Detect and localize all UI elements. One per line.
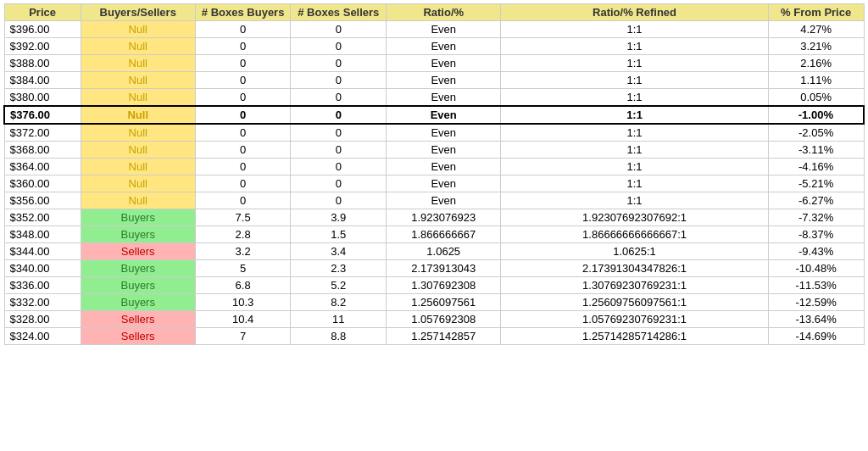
table-row: $336.00Buyers6.85.21.3076923081.30769230… bbox=[4, 277, 864, 294]
table-row: $388.00Null00Even1:12.16% bbox=[4, 55, 864, 72]
cell-from-price: -9.43% bbox=[768, 243, 864, 260]
cell-from-price: -3.11% bbox=[768, 142, 864, 159]
cell-ratio-refined: 1:1 bbox=[501, 142, 768, 159]
cell-ratio-refined: 1.25609756097561:1 bbox=[501, 294, 768, 311]
cell-from-price: 4.27% bbox=[768, 21, 864, 38]
cell-ratio-refined: 1:1 bbox=[501, 21, 768, 38]
table-row: $364.00Null00Even1:1-4.16% bbox=[4, 159, 864, 175]
cell-buyers-sellers: Null bbox=[81, 89, 195, 107]
cell-boxes-sellers: 8.2 bbox=[291, 294, 387, 311]
table-row: $360.00Null00Even1:1-5.21% bbox=[4, 175, 864, 192]
cell-buyers-sellers: Sellers bbox=[81, 311, 195, 328]
cell-boxes-buyers: 7 bbox=[195, 328, 291, 345]
cell-from-price: 3.21% bbox=[768, 38, 864, 55]
cell-boxes-buyers: 6.8 bbox=[195, 277, 291, 294]
cell-ratio: 1.866666667 bbox=[387, 226, 501, 243]
cell-price: $380.00 bbox=[4, 89, 81, 107]
cell-boxes-sellers: 0 bbox=[291, 175, 387, 192]
cell-ratio-refined: 1:1 bbox=[501, 38, 768, 55]
cell-from-price: -14.69% bbox=[768, 328, 864, 345]
table-row: $396.00Null00Even1:14.27% bbox=[4, 21, 864, 38]
cell-from-price: -5.21% bbox=[768, 175, 864, 192]
cell-from-price: -7.32% bbox=[768, 209, 864, 226]
cell-ratio: Even bbox=[387, 38, 501, 55]
cell-from-price: -2.05% bbox=[768, 124, 864, 142]
cell-buyers-sellers: Null bbox=[81, 175, 195, 192]
cell-from-price: -1.00% bbox=[768, 106, 864, 124]
table-row: $324.00Sellers78.81.2571428571.257142857… bbox=[4, 328, 864, 345]
cell-ratio: Even bbox=[387, 106, 501, 124]
cell-buyers-sellers: Null bbox=[81, 106, 195, 124]
cell-boxes-buyers: 0 bbox=[195, 89, 291, 107]
cell-price: $364.00 bbox=[4, 159, 81, 175]
cell-buyers-sellers: Null bbox=[81, 38, 195, 55]
cell-from-price: -12.59% bbox=[768, 294, 864, 311]
cell-price: $340.00 bbox=[4, 260, 81, 277]
header-ratio-refined: Ratio/% Refined bbox=[501, 4, 768, 21]
cell-boxes-sellers: 0 bbox=[291, 38, 387, 55]
cell-boxes-sellers: 0 bbox=[291, 21, 387, 38]
cell-boxes-buyers: 0 bbox=[195, 192, 291, 209]
cell-ratio: 1.256097561 bbox=[387, 294, 501, 311]
cell-price: $324.00 bbox=[4, 328, 81, 345]
cell-ratio-refined: 1.86666666666667:1 bbox=[501, 226, 768, 243]
cell-boxes-buyers: 2.8 bbox=[195, 226, 291, 243]
table-row: $368.00Null00Even1:1-3.11% bbox=[4, 142, 864, 159]
table-row: $356.00Null00Even1:1-6.27% bbox=[4, 192, 864, 209]
table-row: $348.00Buyers2.81.51.8666666671.86666666… bbox=[4, 226, 864, 243]
cell-price: $328.00 bbox=[4, 311, 81, 328]
cell-price: $372.00 bbox=[4, 124, 81, 142]
cell-ratio-refined: 1:1 bbox=[501, 55, 768, 72]
header-price: Price bbox=[4, 4, 81, 21]
cell-price: $396.00 bbox=[4, 21, 81, 38]
cell-price: $360.00 bbox=[4, 175, 81, 192]
cell-ratio-refined: 1:1 bbox=[501, 175, 768, 192]
table-row: $384.00Null00Even1:11.11% bbox=[4, 72, 864, 89]
cell-ratio-refined: 1.25714285714286:1 bbox=[501, 328, 768, 345]
table-row: $328.00Sellers10.4111.0576923081.0576923… bbox=[4, 311, 864, 328]
cell-buyers-sellers: Null bbox=[81, 72, 195, 89]
cell-ratio-refined: 1:1 bbox=[501, 124, 768, 142]
cell-price: $332.00 bbox=[4, 294, 81, 311]
cell-from-price: 2.16% bbox=[768, 55, 864, 72]
cell-boxes-buyers: 0 bbox=[195, 106, 291, 124]
cell-ratio-refined: 1.0625:1 bbox=[501, 243, 768, 260]
cell-boxes-sellers: 8.8 bbox=[291, 328, 387, 345]
cell-boxes-sellers: 3.9 bbox=[291, 209, 387, 226]
header-buyers-sellers: Buyers/Sellers bbox=[81, 4, 195, 21]
cell-boxes-sellers: 0 bbox=[291, 192, 387, 209]
cell-buyers-sellers: Null bbox=[81, 55, 195, 72]
cell-buyers-sellers: Null bbox=[81, 21, 195, 38]
cell-price: $344.00 bbox=[4, 243, 81, 260]
header-boxes-sellers: # Boxes Sellers bbox=[291, 4, 387, 21]
cell-ratio-refined: 1:1 bbox=[501, 72, 768, 89]
cell-boxes-sellers: 2.3 bbox=[291, 260, 387, 277]
cell-ratio: Even bbox=[387, 55, 501, 72]
cell-ratio-refined: 1.05769230769231:1 bbox=[501, 311, 768, 328]
cell-price: $388.00 bbox=[4, 55, 81, 72]
table-row: $344.00Sellers3.23.41.06251.0625:1-9.43% bbox=[4, 243, 864, 260]
cell-ratio: Even bbox=[387, 159, 501, 175]
cell-boxes-buyers: 0 bbox=[195, 21, 291, 38]
cell-buyers-sellers: Null bbox=[81, 124, 195, 142]
cell-boxes-sellers: 11 bbox=[291, 311, 387, 328]
cell-boxes-sellers: 0 bbox=[291, 106, 387, 124]
cell-price: $392.00 bbox=[4, 38, 81, 55]
cell-boxes-sellers: 0 bbox=[291, 159, 387, 175]
table-row: $332.00Buyers10.38.21.2560975611.2560975… bbox=[4, 294, 864, 311]
cell-boxes-buyers: 0 bbox=[195, 72, 291, 89]
cell-boxes-sellers: 0 bbox=[291, 142, 387, 159]
cell-ratio: Even bbox=[387, 21, 501, 38]
cell-ratio: Even bbox=[387, 192, 501, 209]
cell-boxes-buyers: 0 bbox=[195, 38, 291, 55]
header-from-price: % From Price bbox=[768, 4, 864, 21]
cell-boxes-sellers: 3.4 bbox=[291, 243, 387, 260]
header-ratio: Ratio/% bbox=[387, 4, 501, 21]
cell-boxes-sellers: 0 bbox=[291, 124, 387, 142]
cell-from-price: -11.53% bbox=[768, 277, 864, 294]
cell-from-price: -6.27% bbox=[768, 192, 864, 209]
cell-ratio: 1.923076923 bbox=[387, 209, 501, 226]
cell-boxes-sellers: 0 bbox=[291, 89, 387, 107]
table-row: $380.00Null00Even1:10.05% bbox=[4, 89, 864, 107]
cell-ratio: Even bbox=[387, 142, 501, 159]
